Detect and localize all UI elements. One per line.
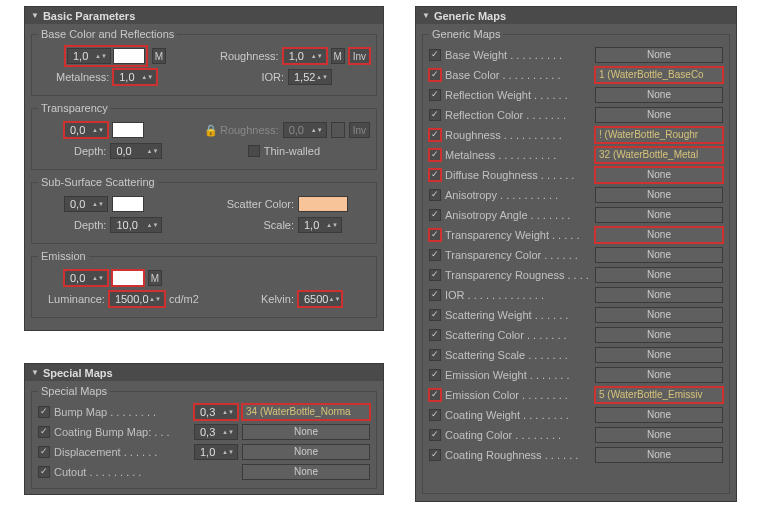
map-checkbox[interactable] bbox=[429, 49, 441, 61]
map-slot-button[interactable]: ! (WaterBottle_Roughr bbox=[595, 127, 723, 143]
map-checkbox[interactable] bbox=[429, 169, 441, 181]
map-checkbox[interactable] bbox=[429, 289, 441, 301]
map-slot-button[interactable]: None bbox=[595, 167, 723, 183]
map-slot-button[interactable]: None bbox=[242, 444, 370, 460]
map-slot-button[interactable]: None bbox=[595, 367, 723, 383]
group-special-maps: Special Maps Bump Map . . . . . . . . 0,… bbox=[31, 385, 377, 489]
inv-button-disabled: Inv bbox=[349, 122, 370, 138]
depth-spinner[interactable]: 0,0▲▼ bbox=[110, 143, 162, 159]
emission-color-swatch[interactable] bbox=[112, 270, 144, 286]
map-row: Reflection Weight . . . . . . None bbox=[429, 85, 723, 104]
map-label: Coating Roughness . . . . . . bbox=[445, 449, 591, 461]
map-row: Roughness . . . . . . . . . . ! (WaterBo… bbox=[429, 125, 723, 144]
map-slot-button[interactable]: None bbox=[595, 287, 723, 303]
map-slot-button[interactable]: None bbox=[595, 347, 723, 363]
map-slot-button[interactable]: None bbox=[595, 327, 723, 343]
special-maps-panel: ▼ Special Maps Special Maps Bump Map . .… bbox=[24, 363, 384, 495]
generic-panel-header[interactable]: ▼ Generic Maps bbox=[416, 7, 736, 24]
map-amount-spinner[interactable]: 1,0▲▼ bbox=[194, 444, 238, 460]
map-button[interactable]: M bbox=[148, 270, 162, 286]
map-checkbox[interactable] bbox=[429, 349, 441, 361]
map-label: Anisotropy . . . . . . . . . . bbox=[445, 189, 591, 201]
map-checkbox[interactable] bbox=[429, 409, 441, 421]
roughness-spinner[interactable]: 1,0▲▼ bbox=[283, 48, 327, 64]
map-checkbox[interactable] bbox=[429, 389, 441, 401]
map-button[interactable]: M bbox=[152, 48, 166, 64]
map-slot-button[interactable]: 34 (WaterBottle_Norma bbox=[242, 404, 370, 420]
roughness-label: Roughness: bbox=[220, 50, 279, 62]
map-checkbox[interactable] bbox=[429, 369, 441, 381]
map-slot-button[interactable]: None bbox=[595, 187, 723, 203]
map-slot-button[interactable]: None bbox=[242, 464, 370, 480]
sss-depth-spinner[interactable]: 10,0▲▼ bbox=[110, 217, 162, 233]
map-checkbox[interactable] bbox=[429, 89, 441, 101]
map-slot-button[interactable]: 32 (WaterBottle_Metal bbox=[595, 147, 723, 163]
map-checkbox[interactable] bbox=[429, 429, 441, 441]
scale-spinner[interactable]: 1,0▲▼ bbox=[298, 217, 342, 233]
map-slot-button[interactable]: 1 (WaterBottle_BaseCo bbox=[595, 67, 723, 83]
map-slot-button[interactable]: None bbox=[595, 207, 723, 223]
map-row: Diffuse Roughness . . . . . . None bbox=[429, 165, 723, 184]
group-transparency: Transparency 0,0▲▼ 🔒 Roughness: 0,0▲▼ In… bbox=[31, 102, 377, 170]
map-amount-spinner[interactable]: 0,3▲▼ bbox=[194, 424, 238, 440]
map-slot-button[interactable]: None bbox=[595, 407, 723, 423]
map-slot-button[interactable]: None bbox=[595, 87, 723, 103]
map-slot-button[interactable]: None bbox=[595, 447, 723, 463]
base-color-swatch[interactable] bbox=[113, 48, 145, 64]
map-label: Emission Color . . . . . . . . bbox=[445, 389, 591, 401]
inv-button[interactable]: Inv bbox=[349, 48, 370, 64]
map-slot-button[interactable]: 5 (WaterBottle_Emissiv bbox=[595, 387, 723, 403]
map-slot-button[interactable]: None bbox=[595, 247, 723, 263]
map-label: Transparency Rougness . . . . bbox=[445, 269, 591, 281]
metalness-spinner[interactable]: 1,0▲▼ bbox=[113, 69, 157, 85]
basic-panel-header[interactable]: ▼ Basic Parameters bbox=[25, 7, 383, 24]
map-checkbox[interactable] bbox=[38, 406, 50, 418]
kelvin-spinner[interactable]: 6500▲▼ bbox=[298, 291, 342, 307]
scatter-color-swatch[interactable] bbox=[298, 196, 348, 212]
ior-spinner[interactable]: 1,52▲▼ bbox=[288, 69, 332, 85]
map-slot-button[interactable]: None bbox=[595, 307, 723, 323]
map-checkbox[interactable] bbox=[429, 129, 441, 141]
map-slot-button[interactable]: None bbox=[595, 47, 723, 63]
map-checkbox[interactable] bbox=[429, 149, 441, 161]
map-checkbox[interactable] bbox=[38, 466, 50, 478]
map-checkbox[interactable] bbox=[429, 249, 441, 261]
scatter-color-label: Scatter Color: bbox=[227, 198, 294, 210]
map-slot-button[interactable]: None bbox=[242, 424, 370, 440]
special-panel-header[interactable]: ▼ Special Maps bbox=[25, 364, 383, 381]
map-checkbox[interactable] bbox=[429, 209, 441, 221]
map-checkbox[interactable] bbox=[429, 449, 441, 461]
map-row: Base Color . . . . . . . . . . 1 (WaterB… bbox=[429, 65, 723, 84]
map-label: Transparency Weight . . . . . bbox=[445, 229, 591, 241]
lock-icon[interactable]: 🔒 bbox=[204, 124, 216, 137]
sss-spinner[interactable]: 0,0▲▼ bbox=[64, 196, 108, 212]
map-row: Transparency Rougness . . . . None bbox=[429, 265, 723, 284]
map-checkbox[interactable] bbox=[429, 269, 441, 281]
base-amount-spinner[interactable]: 1,0▲▼ bbox=[67, 48, 111, 64]
group-legend: Special Maps bbox=[38, 385, 110, 397]
map-checkbox[interactable] bbox=[429, 109, 441, 121]
map-slot-button[interactable]: None bbox=[595, 427, 723, 443]
map-row: Displacement . . . . . . 1,0▲▼None bbox=[38, 442, 370, 461]
map-slot-button[interactable]: None bbox=[595, 107, 723, 123]
map-amount-spinner[interactable]: 0,3▲▼ bbox=[194, 404, 238, 420]
map-button[interactable]: M bbox=[331, 48, 345, 64]
map-row: Transparency Weight . . . . . None bbox=[429, 225, 723, 244]
transparency-spinner[interactable]: 0,0▲▼ bbox=[64, 122, 108, 138]
map-slot-button[interactable]: None bbox=[595, 227, 723, 243]
map-checkbox[interactable] bbox=[429, 189, 441, 201]
group-legend: Base Color and Reflections bbox=[38, 28, 177, 40]
thin-walled-checkbox[interactable] bbox=[248, 145, 260, 157]
map-checkbox[interactable] bbox=[38, 446, 50, 458]
sss-color-swatch[interactable] bbox=[112, 196, 144, 212]
trans-roughness-spinner[interactable]: 0,0▲▼ bbox=[283, 122, 327, 138]
map-slot-button[interactable]: None bbox=[595, 267, 723, 283]
map-checkbox[interactable] bbox=[429, 329, 441, 341]
emission-spinner[interactable]: 0,0▲▼ bbox=[64, 270, 108, 286]
map-checkbox[interactable] bbox=[429, 69, 441, 81]
map-checkbox[interactable] bbox=[38, 426, 50, 438]
map-checkbox[interactable] bbox=[429, 309, 441, 321]
map-checkbox[interactable] bbox=[429, 229, 441, 241]
luminance-spinner[interactable]: 1500,0▲▼ bbox=[109, 291, 165, 307]
transparency-color-swatch[interactable] bbox=[112, 122, 144, 138]
